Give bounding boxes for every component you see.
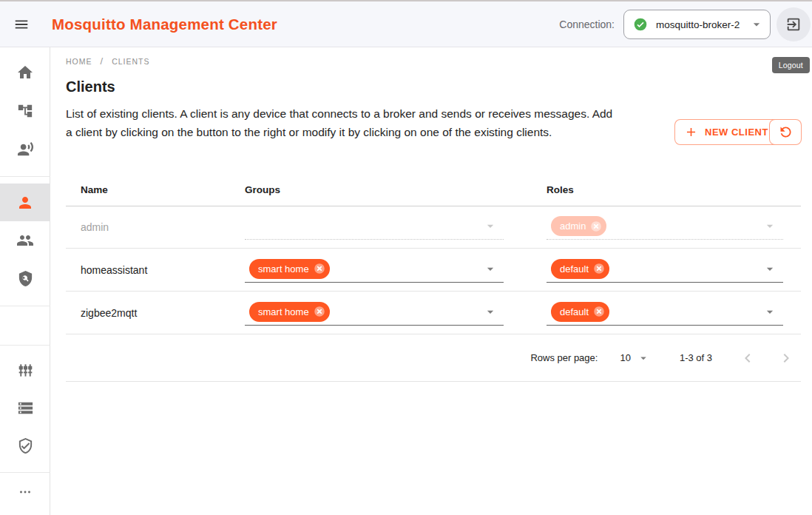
chip-delete-icon[interactable]	[592, 305, 606, 318]
menu-button[interactable]	[7, 10, 36, 39]
select-underline	[245, 325, 504, 326]
chevron-down-icon	[749, 17, 764, 32]
sidebar-item-home[interactable]	[0, 55, 50, 90]
chevron-down-icon	[483, 304, 498, 319]
role-chip[interactable]: default	[551, 258, 609, 278]
rows-per-page-select[interactable]: 10	[620, 351, 649, 365]
pagination-range: 1-3 of 3	[680, 352, 712, 363]
group-chip[interactable]: smart home	[249, 258, 330, 278]
client-name: zigbee2mqtt	[81, 307, 137, 319]
record-voice-icon	[17, 141, 34, 158]
exit-to-app-icon	[785, 16, 802, 33]
sidebar-item-roles[interactable]	[0, 260, 50, 296]
roles-select[interactable]: default	[547, 249, 783, 291]
sidebar	[0, 47, 50, 515]
roles-select[interactable]: default	[547, 292, 783, 334]
connection-select[interactable]: mosquitto-broker-2	[623, 10, 771, 39]
sidebar-divider	[0, 345, 50, 346]
refresh-icon	[778, 124, 794, 140]
chevron-down-icon	[637, 351, 650, 365]
connection-label: Connection:	[559, 18, 615, 30]
sidebar-item-groups[interactable]	[0, 223, 50, 258]
chip-delete-icon[interactable]	[313, 262, 326, 275]
client-name: admin	[81, 221, 109, 233]
column-header-roles: Roles	[547, 184, 574, 195]
chip-label: smart home	[258, 306, 309, 317]
plus-icon	[684, 125, 698, 139]
sidebar-item-logs[interactable]	[0, 390, 50, 425]
table-row[interactable]: admin admin	[66, 206, 801, 249]
client-name: homeassistant	[81, 264, 147, 276]
rows-per-page-value: 10	[620, 352, 630, 363]
logout-button[interactable]	[777, 7, 811, 41]
refresh-button[interactable]	[769, 119, 802, 145]
column-header-groups: Groups	[245, 184, 280, 195]
chip-label: default	[560, 306, 589, 317]
sidebar-item-security[interactable]	[0, 428, 50, 463]
more-horiz-icon	[17, 484, 33, 500]
table-pagination: Rows per page: 10 1-3 of 3	[66, 334, 801, 382]
logout-tooltip: Logout	[772, 57, 810, 73]
storage-icon	[17, 400, 34, 417]
sidebar-item-settings[interactable]	[0, 352, 50, 388]
hamburger-icon	[13, 16, 30, 33]
sidebar-item-topology[interactable]	[0, 93, 50, 129]
verified-user-icon	[17, 437, 34, 454]
column-header-name: Name	[81, 184, 108, 195]
chevron-down-icon	[483, 218, 498, 233]
chevron-down-icon	[483, 261, 498, 276]
select-underline	[547, 239, 783, 240]
table-row[interactable]: zigbee2mqtt smart home default	[66, 292, 801, 334]
check-circle-icon	[633, 17, 648, 32]
breadcrumb: HOME / CLIENTS	[66, 55, 149, 67]
page-title: Clients	[66, 78, 115, 95]
tune-icon	[17, 362, 34, 379]
select-underline	[245, 239, 504, 240]
role-chip[interactable]: default	[551, 301, 609, 321]
chip-label: admin	[560, 221, 586, 232]
sidebar-divider	[0, 306, 50, 306]
groups-select[interactable]	[245, 206, 504, 248]
next-page-button[interactable]	[776, 348, 796, 368]
page-title-app: Mosquitto Management Center	[52, 1, 277, 47]
sidebar-item-clients[interactable]	[0, 184, 50, 221]
chip-delete-icon	[589, 219, 603, 232]
people-icon	[16, 232, 34, 249]
groups-select[interactable]: smart home	[245, 292, 504, 334]
table-header-row: Name Groups Roles	[66, 178, 801, 206]
chip-label: default	[560, 263, 589, 274]
rows-per-page-label: Rows per page:	[530, 352, 598, 363]
page-description: List of existing clients. A client is an…	[66, 104, 619, 141]
breadcrumb-separator: /	[101, 55, 104, 67]
previous-page-button[interactable]	[737, 348, 758, 368]
new-client-button[interactable]: NEW CLIENT	[674, 119, 781, 145]
select-underline	[245, 282, 504, 283]
chip-delete-icon[interactable]	[313, 305, 326, 318]
sidebar-item-listeners[interactable]	[0, 131, 50, 166]
person-icon	[16, 194, 34, 212]
clients-table: Name Groups Roles admin admin homeassist…	[66, 178, 801, 382]
sidebar-divider	[0, 472, 50, 473]
chevron-down-icon	[762, 261, 777, 276]
chevron-right-icon	[777, 349, 795, 367]
chevron-down-icon	[762, 304, 777, 319]
chevron-left-icon	[739, 349, 757, 367]
breadcrumb-clients: CLIENTS	[112, 57, 149, 66]
topology-icon	[17, 103, 33, 119]
main-content: HOME / CLIENTS Clients List of existing …	[51, 47, 812, 515]
group-chip[interactable]: smart home	[249, 301, 330, 321]
chip-delete-icon[interactable]	[592, 262, 606, 275]
select-underline	[547, 325, 783, 326]
breadcrumb-home[interactable]: HOME	[66, 57, 92, 66]
groups-select[interactable]: smart home	[245, 249, 504, 291]
select-underline	[547, 282, 783, 283]
sidebar-item-more[interactable]	[0, 474, 50, 510]
policy-icon	[17, 270, 34, 287]
chevron-down-icon	[762, 218, 777, 233]
table-row[interactable]: homeassistant smart home default	[66, 249, 801, 292]
sidebar-divider	[0, 176, 50, 177]
roles-select[interactable]: admin	[547, 206, 783, 248]
app-header: Mosquitto Management Center Connection: …	[0, 1, 812, 47]
connection-value: mosquitto-broker-2	[656, 19, 740, 30]
role-chip: admin	[551, 216, 606, 236]
